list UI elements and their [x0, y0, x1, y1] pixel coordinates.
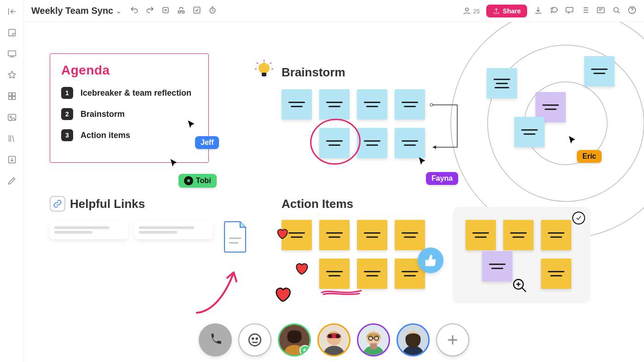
- participant-avatar[interactable]: [357, 323, 390, 356]
- search-icon[interactable]: [612, 6, 621, 17]
- board-title: Weekly Team Sync: [31, 6, 113, 16]
- sticky-note[interactable]: [395, 128, 425, 158]
- sticky-note[interactable]: [357, 128, 387, 158]
- sticky-note[interactable]: [319, 128, 350, 158]
- add-participant-button[interactable]: [436, 323, 469, 356]
- svg-point-28: [430, 103, 433, 106]
- svg-point-13: [465, 8, 468, 11]
- helpful-links-title: Helpful Links: [70, 197, 145, 211]
- check-circle-icon[interactable]: [572, 212, 585, 224]
- svg-rect-3: [12, 93, 15, 96]
- heart-icon[interactable]: [272, 285, 293, 304]
- sticky-note[interactable]: [541, 259, 571, 289]
- note-icon[interactable]: [7, 28, 17, 38]
- svg-rect-4: [8, 97, 11, 99]
- call-button[interactable]: [199, 323, 232, 356]
- participant-avatar[interactable]: [317, 323, 351, 356]
- list-icon[interactable]: [581, 6, 590, 17]
- presentation-icon[interactable]: [7, 49, 17, 59]
- agenda-item[interactable]: 3 Action items: [61, 129, 197, 141]
- board-title-dropdown[interactable]: Weekly Team Sync ⌄: [31, 6, 121, 16]
- sticky-note[interactable]: [395, 89, 425, 120]
- agenda-card[interactable]: Agenda 1 Icebreaker & team reflection 2 …: [50, 53, 209, 163]
- document-icon[interactable]: [223, 221, 248, 253]
- agenda-item[interactable]: 2 Brainstorm: [61, 108, 197, 120]
- vote-icon[interactable]: [192, 6, 201, 17]
- redo-icon[interactable]: [145, 6, 155, 17]
- agenda-title: Agenda: [61, 63, 197, 78]
- svg-line-24: [257, 63, 258, 64]
- reaction-button[interactable]: [238, 323, 271, 356]
- star-icon[interactable]: [7, 70, 17, 80]
- connector-arrow: [430, 103, 466, 163]
- action-items-title: Action Items: [282, 197, 353, 211]
- sticky-note[interactable]: [357, 259, 387, 289]
- sticky-note[interactable]: [514, 117, 545, 147]
- svg-rect-2: [8, 93, 11, 96]
- grid-icon[interactable]: [7, 91, 17, 101]
- download-icon[interactable]: [534, 6, 543, 17]
- underline-scribble: [321, 288, 362, 296]
- chat-icon[interactable]: [549, 6, 558, 17]
- sticky-note[interactable]: [282, 89, 312, 120]
- sticky-note[interactable]: [466, 220, 496, 250]
- thumbs-up-icon[interactable]: [418, 247, 443, 273]
- zoom-add-icon[interactable]: [512, 277, 528, 294]
- cursor-fayna: [418, 156, 428, 169]
- heart-icon[interactable]: [275, 227, 289, 240]
- presence-dock: [199, 323, 469, 356]
- heart-icon[interactable]: [293, 261, 309, 276]
- svg-rect-11: [194, 7, 200, 13]
- participant-avatar[interactable]: [397, 323, 430, 356]
- timer-icon[interactable]: [208, 6, 217, 17]
- svg-rect-9: [163, 7, 168, 13]
- pencil-icon[interactable]: [7, 176, 17, 186]
- books-icon[interactable]: [7, 133, 17, 144]
- card-icon[interactable]: [596, 6, 605, 17]
- topbar: Weekly Team Sync ⌄ 25 Share: [24, 0, 644, 22]
- incognito-icon[interactable]: [177, 6, 186, 17]
- sticky-note[interactable]: [319, 220, 350, 250]
- chevron-down-icon: ⌄: [116, 7, 121, 15]
- image-icon[interactable]: [7, 112, 17, 122]
- svg-line-25: [270, 63, 271, 64]
- frame-icon[interactable]: [161, 6, 170, 17]
- sticky-note[interactable]: [503, 220, 534, 250]
- link-icon: [50, 196, 65, 212]
- undo-icon[interactable]: [130, 6, 139, 17]
- participant-avatar[interactable]: [278, 323, 311, 356]
- agenda-item[interactable]: 1 Icebreaker & team reflection: [61, 87, 197, 99]
- sticky-note[interactable]: [584, 56, 615, 86]
- member-count[interactable]: 25: [462, 6, 480, 16]
- sticky-note[interactable]: [357, 220, 387, 250]
- canvas[interactable]: Agenda 1 Icebreaker & team reflection 2 …: [24, 22, 644, 362]
- link-card[interactable]: [134, 221, 213, 239]
- left-rail: [0, 0, 24, 362]
- link-card[interactable]: [50, 221, 128, 239]
- svg-rect-5: [12, 97, 15, 99]
- help-icon[interactable]: [627, 6, 637, 17]
- sticky-note[interactable]: [482, 251, 512, 282]
- svg-rect-47: [426, 260, 428, 266]
- exit-icon[interactable]: [7, 6, 17, 17]
- topbar-right: 25 Share: [462, 0, 637, 22]
- svg-point-52: [249, 334, 261, 346]
- lightbulb-icon: [254, 60, 274, 80]
- svg-point-7: [10, 116, 12, 118]
- sticky-note[interactable]: [487, 68, 517, 98]
- sticky-note[interactable]: [357, 89, 387, 120]
- svg-point-54: [256, 338, 258, 339]
- svg-rect-0: [8, 29, 15, 36]
- sticky-note[interactable]: [319, 89, 350, 120]
- brainstorm-title: Brainstorm: [282, 65, 345, 80]
- sticky-note[interactable]: [319, 259, 350, 289]
- svg-point-21: [259, 63, 270, 74]
- svg-rect-70: [370, 343, 377, 349]
- import-icon[interactable]: [7, 155, 17, 165]
- nametag-eric: Eric: [577, 150, 602, 163]
- sticky-note[interactable]: [395, 220, 425, 250]
- comment-icon[interactable]: [565, 6, 574, 17]
- sticky-note[interactable]: [541, 220, 571, 250]
- share-button[interactable]: Share: [486, 5, 527, 17]
- cursor-eric: [568, 135, 578, 148]
